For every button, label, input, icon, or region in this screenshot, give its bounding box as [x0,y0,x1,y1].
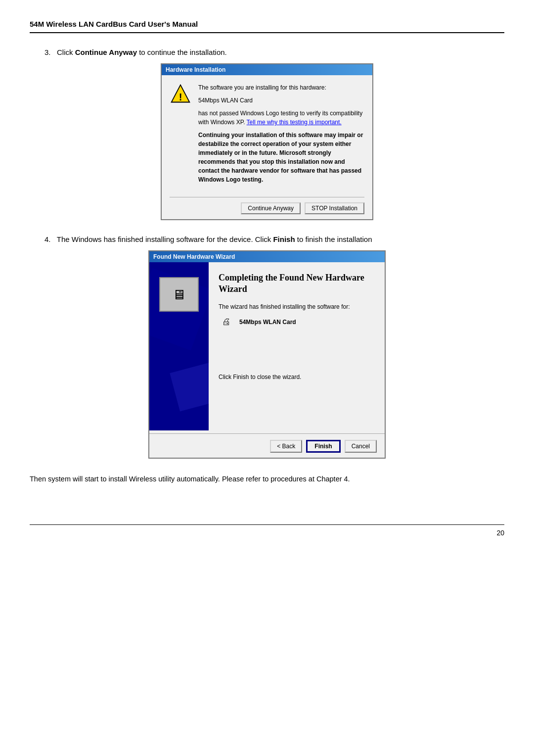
fnhw-close-text: Click Finish to close the wizard. [219,334,375,380]
hw-device: 54Mbps WLAN Card [198,96,364,105]
hw-separator [170,197,364,197]
stop-installation-button[interactable]: STOP Installation [305,202,364,214]
hw-buttons: Continue Anyway STOP Installation [162,200,372,219]
fnhw-subtitle: The wizard has finished installing the s… [219,303,375,310]
back-button[interactable]: < Back [270,440,302,453]
step4-bold: Finish [273,235,295,243]
step4-prefix: The Windows has finished installing soft… [57,235,273,243]
fnhw-buttons: < Back Finish Cancel [149,437,385,458]
hw-dialog-title: Hardware Installation [162,64,372,75]
step4-suffix: to finish the installation [295,235,372,243]
hw-warning: Continuing your installation of this sof… [198,131,364,184]
cancel-button[interactable]: Cancel [345,440,377,453]
continue-anyway-button[interactable]: Continue Anyway [241,202,301,214]
page-number: 20 [496,529,504,537]
hw-dialog-content: The software you are installing for this… [198,83,364,188]
device-glyph: 🖨 [222,317,231,327]
manual-title: 54M Wireless LAN CardBus Card User's Man… [30,20,198,28]
fnhw-separator [149,433,385,434]
fnhw-title-bar: Found New Hardware Wizard [149,251,385,262]
step4-number: 4. [44,235,51,243]
finish-button[interactable]: Finish [306,440,340,453]
step4-text: 4. The Windows has finished installing s… [44,235,504,243]
page-footer: 20 [30,524,504,537]
step3-bold: Continue Anyway [75,48,137,56]
svg-text:!: ! [179,92,182,102]
step3-number: 3. [44,48,51,56]
hw-line2: has not passed Windows Logo testing to v… [198,109,364,127]
step3-suffix: to continue the installation. [137,48,227,56]
warning-icon: ! [170,83,191,188]
hw-dialog-body: ! The software you are installing for th… [162,75,372,193]
fnhw-hardware-icon: 🖥 [159,277,199,312]
fnhw-dialog: Found New Hardware Wizard 🖥 Completing t… [148,250,386,459]
step-3: 3. Click Continue Anyway to continue the… [30,48,504,220]
step-4: 4. The Windows has finished installing s… [30,235,504,459]
hardware-glyph: 🖥 [172,286,186,303]
fnhw-sidebar-art: 🖥 [149,262,209,430]
fnhw-heading: Completing the Found New Hardware Wizard [219,272,375,295]
fnhw-device-icon: 🖨 [219,315,234,329]
fnhw-sidebar: 🖥 [149,262,209,430]
fnhw-body: 🖥 Completing the Found New Hardware Wiza… [149,262,385,430]
fnhw-device-row: 🖨 54Mbps WLAN Card [219,315,375,329]
fnhw-device-name: 54Mbps WLAN Card [239,319,296,326]
page-header: 54M Wireless LAN CardBus Card User's Man… [30,20,504,33]
fnhw-content: Completing the Found New Hardware Wizard… [209,262,385,430]
hw-line1: The software you are installing for this… [198,83,364,92]
step3-text: 3. Click Continue Anyway to continue the… [44,48,504,56]
fnhw-dialog-wrapper: Found New Hardware Wizard 🖥 Completing t… [30,250,504,459]
hw-line2-link[interactable]: Tell me why this testing is important. [247,119,342,126]
summary-paragraph: Then system will start to install Wirele… [30,473,504,485]
hw-install-dialog-wrapper: Hardware Installation ! The software you… [30,63,504,220]
hw-install-dialog: Hardware Installation ! The software you… [161,63,373,220]
step3-prefix: Click [57,48,75,56]
